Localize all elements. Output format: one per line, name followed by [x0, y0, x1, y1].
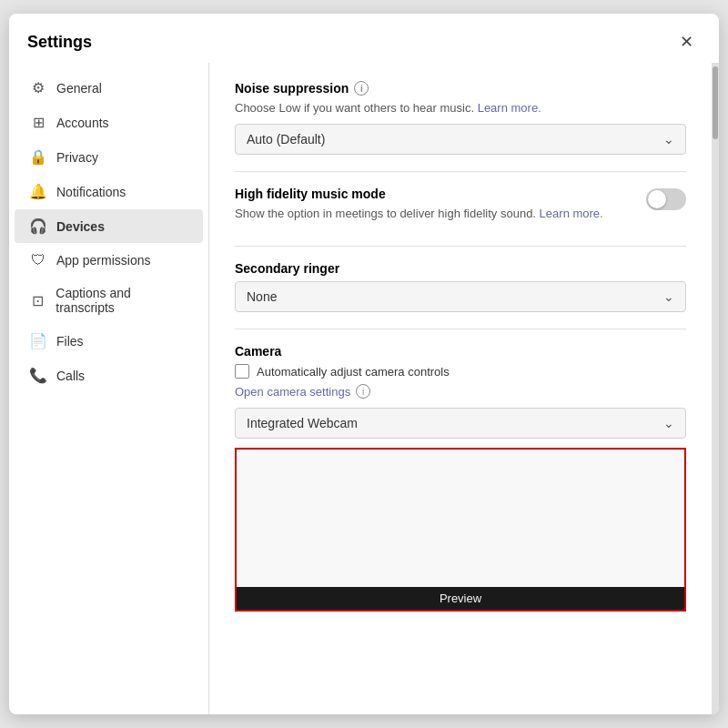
- camera-checkbox-label: Automatically adjust camera controls: [257, 365, 450, 379]
- high-fidelity-section: High fidelity music mode Show the option…: [235, 187, 686, 229]
- camera-preview-bar: Preview: [237, 587, 684, 610]
- privacy-icon: 🔒: [29, 148, 47, 166]
- secondary-ringer-dropdown[interactable]: None ⌄: [235, 281, 686, 312]
- high-fidelity-toggle-knob: [648, 190, 666, 208]
- files-icon: 📄: [29, 332, 47, 349]
- sidebar-item-accounts[interactable]: ⊞Accounts: [15, 106, 203, 139]
- sidebar-item-label-general: General: [56, 81, 102, 96]
- noise-suppression-dropdown-arrow: ⌄: [663, 132, 674, 147]
- sidebar-item-label-privacy: Privacy: [56, 150, 98, 165]
- secondary-ringer-dropdown-arrow: ⌄: [663, 289, 674, 304]
- secondary-ringer-title: Secondary ringer: [235, 261, 686, 276]
- camera-title: Camera: [235, 344, 686, 359]
- dialog-header: Settings ✕: [9, 14, 719, 63]
- dialog-title: Settings: [27, 33, 92, 52]
- app-permissions-icon: 🛡: [29, 252, 47, 268]
- camera-checkbox[interactable]: [235, 364, 249, 379]
- settings-dialog: Settings ✕ ⚙General⊞Accounts🔒Privacy🔔Not…: [9, 14, 719, 714]
- noise-suppression-info-icon[interactable]: i: [354, 81, 369, 96]
- accounts-icon: ⊞: [29, 114, 47, 131]
- camera-dropdown[interactable]: Integrated Webcam ⌄: [235, 408, 686, 439]
- noise-suppression-learn-more[interactable]: Learn more.: [478, 101, 541, 115]
- sidebar-item-notifications[interactable]: 🔔Notifications: [15, 175, 203, 208]
- camera-section: Camera Automatically adjust camera contr…: [235, 344, 686, 612]
- dialog-body: ⚙General⊞Accounts🔒Privacy🔔Notifications🎧…: [9, 63, 719, 714]
- general-icon: ⚙: [29, 79, 47, 96]
- camera-settings-info-icon[interactable]: i: [356, 384, 370, 399]
- noise-suppression-section: Noise suppression i Choose Low if you wa…: [235, 81, 686, 155]
- divider-3: [235, 329, 686, 329]
- sidebar-item-label-app-permissions: App permissions: [56, 253, 151, 268]
- captions-icon: ⊡: [29, 292, 46, 309]
- secondary-ringer-section: Secondary ringer None ⌄: [235, 261, 686, 312]
- sidebar-item-devices[interactable]: 🎧Devices: [15, 209, 203, 243]
- sidebar-item-files[interactable]: 📄Files: [15, 324, 203, 358]
- high-fidelity-toggle[interactable]: [646, 188, 686, 210]
- camera-preview-container: Preview: [235, 448, 686, 612]
- close-button[interactable]: ✕: [672, 28, 701, 56]
- noise-suppression-desc: Choose Low if you want others to hear mu…: [235, 101, 686, 115]
- high-fidelity-row: High fidelity music mode Show the option…: [235, 187, 686, 229]
- noise-suppression-dropdown-value: Auto (Default): [247, 132, 325, 147]
- divider-2: [235, 246, 686, 247]
- sidebar-item-label-notifications: Notifications: [56, 185, 126, 199]
- sidebar-item-label-devices: Devices: [56, 219, 105, 234]
- noise-suppression-dropdown[interactable]: Auto (Default) ⌄: [235, 124, 686, 155]
- sidebar-item-privacy[interactable]: 🔒Privacy: [15, 140, 203, 174]
- calls-icon: 📞: [29, 367, 47, 384]
- camera-checkbox-row: Automatically adjust camera controls: [235, 364, 686, 379]
- high-fidelity-desc: Show the option in meetings to deliver h…: [235, 207, 635, 220]
- high-fidelity-title: High fidelity music mode: [235, 187, 635, 201]
- main-content: Noise suppression i Choose Low if you wa…: [209, 63, 712, 714]
- sidebar-item-captions[interactable]: ⊡Captions and transcripts: [15, 278, 203, 323]
- divider-1: [235, 171, 686, 172]
- sidebar-item-app-permissions[interactable]: 🛡App permissions: [15, 244, 203, 277]
- camera-dropdown-arrow: ⌄: [663, 416, 674, 430]
- camera-settings-row: Open camera settings i: [235, 384, 686, 399]
- sidebar-item-label-captions: Captions and transcripts: [56, 286, 188, 315]
- sidebar-item-label-accounts: Accounts: [56, 116, 109, 130]
- camera-dropdown-value: Integrated Webcam: [247, 416, 358, 430]
- sidebar-item-label-files: Files: [56, 334, 84, 349]
- secondary-ringer-dropdown-value: None: [247, 289, 277, 304]
- sidebar-item-label-calls: Calls: [56, 369, 85, 383]
- noise-suppression-title: Noise suppression i: [235, 81, 686, 96]
- sidebar: ⚙General⊞Accounts🔒Privacy🔔Notifications🎧…: [9, 63, 209, 714]
- open-camera-settings-link[interactable]: Open camera settings: [235, 385, 350, 399]
- scrollbar[interactable]: [712, 63, 719, 714]
- high-fidelity-info: High fidelity music mode Show the option…: [235, 187, 635, 229]
- notifications-icon: 🔔: [29, 183, 47, 200]
- sidebar-item-calls[interactable]: 📞Calls: [15, 359, 203, 392]
- sidebar-item-general[interactable]: ⚙General: [15, 71, 203, 105]
- devices-icon: 🎧: [29, 217, 47, 235]
- scrollbar-thumb[interactable]: [713, 66, 718, 139]
- high-fidelity-learn-more[interactable]: Learn more.: [540, 207, 603, 220]
